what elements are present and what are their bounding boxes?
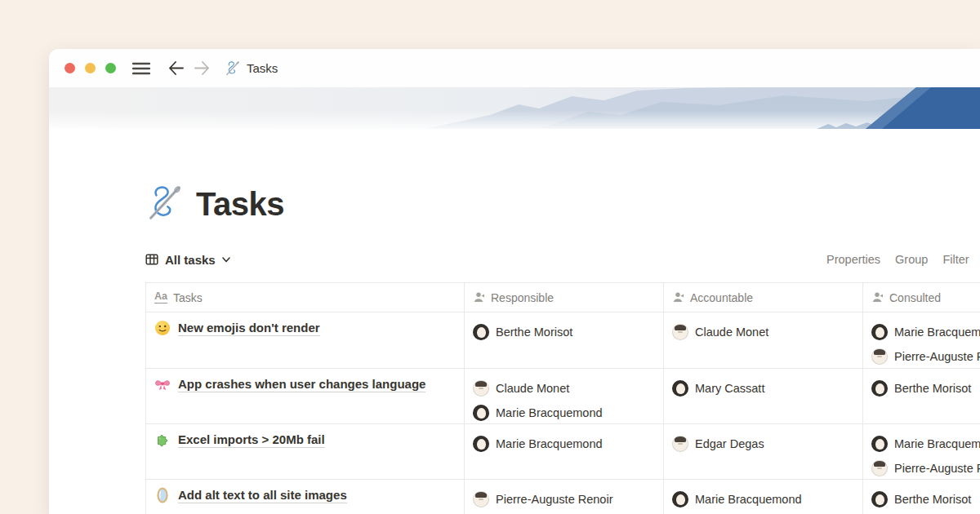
person-chip[interactable]: Berthe Morisot xyxy=(871,487,980,512)
table-header-row: Aa Tasks Responsible xyxy=(146,283,980,312)
view-actions: Properties Group Filter xyxy=(826,253,969,266)
forward-arrow-icon[interactable] xyxy=(194,61,210,75)
avatar xyxy=(871,436,888,452)
person-chip[interactable]: Marie Bracquemond xyxy=(473,401,653,423)
ribbon-bow-icon xyxy=(154,376,171,392)
avatar xyxy=(473,324,489,340)
avatar xyxy=(473,436,489,452)
task-title: App crashes when user changes language xyxy=(178,377,425,392)
avatar xyxy=(871,491,888,507)
avatar xyxy=(672,380,688,397)
avatar xyxy=(473,491,489,507)
table-row: Add alt text to all site images Pierre-A… xyxy=(146,480,980,514)
minimize-window-button[interactable] xyxy=(85,63,96,73)
app-window: Tasks xyxy=(49,49,980,514)
avatar xyxy=(672,436,688,452)
consulted-cell: Berthe Morisot xyxy=(863,480,980,514)
page-content: Tasks All tasks Proper xyxy=(49,181,980,514)
person-property-icon xyxy=(672,291,684,304)
person-property-icon xyxy=(871,291,884,304)
person-chip[interactable]: Berthe Morisot xyxy=(871,376,980,401)
person-property-icon xyxy=(473,291,485,304)
consulted-cell: Marie Bracquemond Pierre-Auguste Renoir xyxy=(863,312,980,368)
task-page-link[interactable]: App crashes when user changes language xyxy=(154,376,454,392)
breadcrumb[interactable]: Tasks xyxy=(247,61,278,75)
back-arrow-icon[interactable] xyxy=(168,61,184,75)
traffic-lights xyxy=(65,63,116,73)
view-switcher-button[interactable]: All tasks xyxy=(145,253,230,267)
responsible-cell: Marie Bracquemond xyxy=(465,424,664,479)
column-header-accountable[interactable]: Accountable xyxy=(664,283,863,312)
person-chip[interactable]: Mary Cassatt xyxy=(672,376,853,401)
task-page-link[interactable]: New emojis don't render xyxy=(154,320,454,336)
person-chip[interactable]: Claude Monet xyxy=(672,320,853,344)
consulted-cell: Berthe Morisot xyxy=(863,369,980,423)
person-chip[interactable]: Pierre-Auguste Renoir xyxy=(871,344,980,368)
avatar xyxy=(871,460,888,476)
person-chip[interactable]: Marie Bracquemond xyxy=(871,432,980,456)
text-property-icon: Aa xyxy=(154,291,167,304)
column-header-consulted[interactable]: Consulted xyxy=(863,283,980,312)
avatar xyxy=(672,491,688,507)
chevron-down-icon xyxy=(222,257,230,263)
table-row: New emojis don't render Berthe Morisot C… xyxy=(146,312,980,369)
accountable-cell: Marie Bracquemond xyxy=(664,480,863,514)
table-row: Excel imports > 20Mb fail Marie Bracquem… xyxy=(146,424,980,480)
group-button[interactable]: Group xyxy=(895,253,928,266)
consulted-cell: Marie Bracquemond Pierre-Auguste Renoir xyxy=(863,424,980,479)
task-title-cell: New emojis don't render xyxy=(146,312,465,368)
table-row: App crashes when user changes language C… xyxy=(146,369,980,424)
person-chip[interactable]: Pierre-Auguste Renoir xyxy=(871,456,980,479)
person-chip[interactable]: Marie Bracquemond xyxy=(871,320,980,344)
slightly-smiling-face-icon xyxy=(154,320,171,336)
avatar xyxy=(672,324,688,340)
avatar xyxy=(871,348,888,365)
sidebar-menu-icon[interactable] xyxy=(132,61,150,76)
person-chip[interactable]: Marie Bracquemond xyxy=(672,487,853,512)
accountable-cell: Mary Cassatt xyxy=(664,369,863,423)
mirror-icon xyxy=(154,487,171,503)
person-chip[interactable]: Marie Bracquemond xyxy=(473,432,653,456)
task-title: Excel imports > 20Mb fail xyxy=(178,432,325,448)
tasks-table: Aa Tasks Responsible xyxy=(145,282,980,514)
avatar xyxy=(473,405,489,421)
window-titlebar: Tasks xyxy=(49,49,980,87)
filter-button[interactable]: Filter xyxy=(942,253,969,266)
task-page-link[interactable]: Add alt text to all site images xyxy=(154,487,454,503)
avatar xyxy=(871,380,888,397)
puzzle-piece-icon xyxy=(154,432,171,448)
view-name: All tasks xyxy=(165,253,216,267)
accountable-cell: Claude Monet xyxy=(664,312,863,368)
close-window-button[interactable] xyxy=(65,63,75,73)
task-page-link[interactable]: Excel imports > 20Mb fail xyxy=(154,432,454,448)
responsible-cell: Berthe Morisot xyxy=(465,312,664,368)
page-title[interactable]: Tasks xyxy=(196,186,284,223)
page-header: Tasks xyxy=(145,181,980,227)
task-title-cell: App crashes when user changes language xyxy=(146,369,465,423)
person-chip[interactable]: Claude Monet xyxy=(473,376,653,401)
accountable-cell: Edgar Degas xyxy=(664,424,863,479)
avatar xyxy=(871,324,888,340)
task-title-cell: Add alt text to all site images xyxy=(146,480,465,514)
page-needle-icon xyxy=(225,60,240,76)
person-chip[interactable]: Edgar Degas xyxy=(672,432,853,456)
task-title: Add alt text to all site images xyxy=(178,488,347,503)
person-chip[interactable]: Berthe Morisot xyxy=(473,320,653,344)
column-header-tasks[interactable]: Aa Tasks xyxy=(146,283,465,312)
responsible-cell: Claude Monet Marie Bracquemond xyxy=(465,369,664,423)
task-title: New emojis don't render xyxy=(178,321,320,336)
view-bar: All tasks Properties Group Filter xyxy=(145,245,980,274)
zoom-window-button[interactable] xyxy=(105,63,116,73)
properties-button[interactable]: Properties xyxy=(826,253,880,266)
task-title-cell: Excel imports > 20Mb fail xyxy=(146,424,465,479)
table-view-icon xyxy=(145,253,158,266)
desktop-background: Tasks xyxy=(0,0,980,514)
person-chip[interactable]: Pierre-Auguste Renoir xyxy=(473,487,653,512)
cover-image xyxy=(49,87,980,129)
avatar xyxy=(473,380,489,397)
responsible-cell: Pierre-Auguste Renoir xyxy=(465,480,664,514)
column-header-responsible[interactable]: Responsible xyxy=(465,283,664,312)
page-icon-needle[interactable] xyxy=(145,184,183,224)
